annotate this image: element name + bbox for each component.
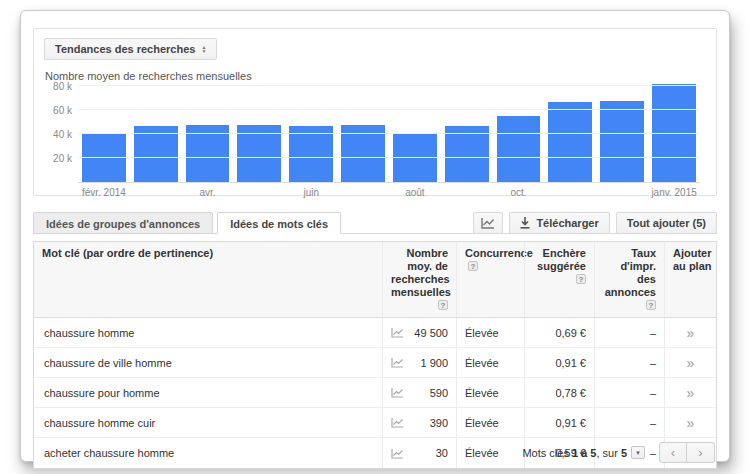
header-keyword: Mot clé (par ordre de pertinence) <box>34 242 382 317</box>
gridline <box>78 85 700 86</box>
help-icon[interactable]: ? <box>438 300 448 310</box>
pagination-label: Mots clés 1 à 5, sur 5 <box>522 447 627 459</box>
avg-searches-cell: 30 <box>382 438 456 468</box>
gridline <box>78 133 700 134</box>
ad-impr-share-cell: – <box>594 348 664 377</box>
x-axis-label: avr. <box>200 187 216 198</box>
add-all-button[interactable]: Tout ajouter (5) <box>616 212 717 234</box>
keyword-table: Mot clé (par ordre de pertinence) Nombre… <box>33 241 717 469</box>
tab-keyword-ideas[interactable]: Idées de mots clés <box>217 212 341 234</box>
header-add-to-plan: Ajouter au plan <box>664 242 720 317</box>
ad-impr-share-cell: – <box>594 318 664 347</box>
x-axis-label: oct. <box>511 187 527 198</box>
add-all-label: Tout ajouter (5) <box>627 217 706 229</box>
y-axis-label: 20 k <box>40 153 72 164</box>
suggested-bid-cell: 0,69 € <box>524 318 594 347</box>
y-axis-label: 60 k <box>40 105 72 116</box>
trend-chart-icon[interactable] <box>391 327 404 338</box>
keyword-cell: chaussure homme cuir <box>34 408 382 437</box>
bar-juin[interactable] <box>289 126 333 182</box>
prev-page-button[interactable]: ‹ <box>659 442 687 463</box>
trends-dropdown-label: Tendances des recherches <box>55 43 195 55</box>
trend-chart-icon[interactable] <box>391 417 404 428</box>
table-row: chaussure de ville homme1 900Élevée0,91 … <box>34 348 716 378</box>
trend-chart-button[interactable] <box>473 212 503 234</box>
gridline <box>78 109 700 110</box>
download-label: Télécharger <box>536 217 598 229</box>
trend-chart-icon[interactable] <box>391 357 404 368</box>
avg-searches-cell: 390 <box>382 408 456 437</box>
avg-searches-cell: 49 500 <box>382 318 456 347</box>
help-icon[interactable]: ? <box>576 274 586 284</box>
keyword-planner-panel: Tendances des recherches ▲▼ Nombre moyen… <box>20 10 730 462</box>
y-axis-label: 80 k <box>40 81 72 92</box>
x-axis-label: janv. 2015 <box>651 187 696 198</box>
help-icon[interactable]: ? <box>468 261 478 271</box>
avg-searches-cell: 1 900 <box>382 348 456 377</box>
sort-arrows-icon: ▲▼ <box>201 45 206 53</box>
competition-cell: Élevée <box>456 348 524 377</box>
add-to-plan-button[interactable]: » <box>687 385 695 401</box>
keyword-cell: chaussure pour homme <box>34 378 382 407</box>
trend-chart-icon[interactable] <box>391 387 404 398</box>
screenshot-stage: Tendances des recherches ▲▼ Nombre moyen… <box>0 0 750 474</box>
next-page-button[interactable]: › <box>687 442 715 463</box>
download-icon <box>520 217 530 229</box>
add-to-plan-cell: » <box>664 318 716 347</box>
pager: ‹ › <box>659 442 715 463</box>
trend-chart-icon[interactable] <box>391 448 404 459</box>
bar-oct.[interactable] <box>497 116 541 182</box>
suggested-bid-cell: 0,78 € <box>524 378 594 407</box>
competition-cell: Élevée <box>456 318 524 347</box>
ad-impr-share-cell: – <box>594 408 664 437</box>
keyword-cell: chaussure de ville homme <box>34 348 382 377</box>
competition-cell: Élevée <box>456 378 524 407</box>
competition-cell: Élevée <box>456 438 524 468</box>
bar-févr. 2014[interactable] <box>82 134 126 182</box>
add-to-plan-cell: » <box>664 378 716 407</box>
header-ad-impr-share: Taux d'impr. des annonces ? <box>594 242 664 317</box>
keyword-cell: acheter chaussure homme <box>34 438 382 468</box>
table-row: chaussure homme49 500Élevée0,69 €–» <box>34 318 716 348</box>
tab-ad-group-ideas[interactable]: Idées de groupes d'annonces <box>33 212 213 234</box>
download-button[interactable]: Télécharger <box>509 212 609 234</box>
ad-impr-share-cell: – <box>594 378 664 407</box>
add-to-plan-button[interactable]: » <box>687 355 695 371</box>
trend-chart-icon <box>481 217 495 229</box>
trends-dropdown-button[interactable]: Tendances des recherches ▲▼ <box>44 38 217 60</box>
x-axis-label: juin <box>303 187 319 198</box>
add-to-plan-cell: » <box>664 348 716 377</box>
y-axis-label: 40 k <box>40 129 72 140</box>
suggested-bid-cell: 0,91 € <box>524 408 594 437</box>
table-row: chaussure homme cuir390Élevée0,91 €–» <box>34 408 716 438</box>
table-toolbar: Télécharger Tout ajouter (5) <box>473 212 717 234</box>
keyword-cell: chaussure homme <box>34 318 382 347</box>
suggested-bid-cell: 0,91 € <box>524 348 594 377</box>
bar-déc.[interactable] <box>600 101 644 182</box>
add-to-plan-cell: » <box>664 408 716 437</box>
table-header-row: Mot clé (par ordre de pertinence) Nombre… <box>34 242 716 318</box>
header-avg-searches: Nombre moy. de recherches mensuelles? <box>382 242 456 317</box>
competition-cell: Élevée <box>456 408 524 437</box>
add-to-plan-button[interactable]: » <box>687 325 695 341</box>
add-to-plan-button[interactable]: » <box>687 415 695 431</box>
header-suggested-bid: Enchère suggérée ? <box>524 242 594 317</box>
x-axis-label: août <box>405 187 424 198</box>
table-row: chaussure pour homme590Élevée0,78 €–» <box>34 378 716 408</box>
bar-mars[interactable] <box>134 126 178 182</box>
help-icon[interactable]: ? <box>646 300 656 310</box>
avg-searches-cell: 590 <box>382 378 456 407</box>
plot-area: 20 k40 k60 k80 kfévr. 2014avr.juinaoûtoc… <box>78 87 700 183</box>
header-competition: Concurrence ? <box>456 242 524 317</box>
bar-nov.[interactable] <box>548 102 592 182</box>
gridline <box>78 157 700 158</box>
x-axis-label: févr. 2014 <box>82 187 126 198</box>
bar-sept.[interactable] <box>445 126 489 182</box>
search-trends-panel: Tendances des recherches ▲▼ Nombre moyen… <box>33 28 717 196</box>
page-size-dropdown[interactable]: ▼ <box>631 446 645 459</box>
pagination: Mots clés 1 à 5, sur 5 ▼ ‹ › <box>522 442 715 463</box>
